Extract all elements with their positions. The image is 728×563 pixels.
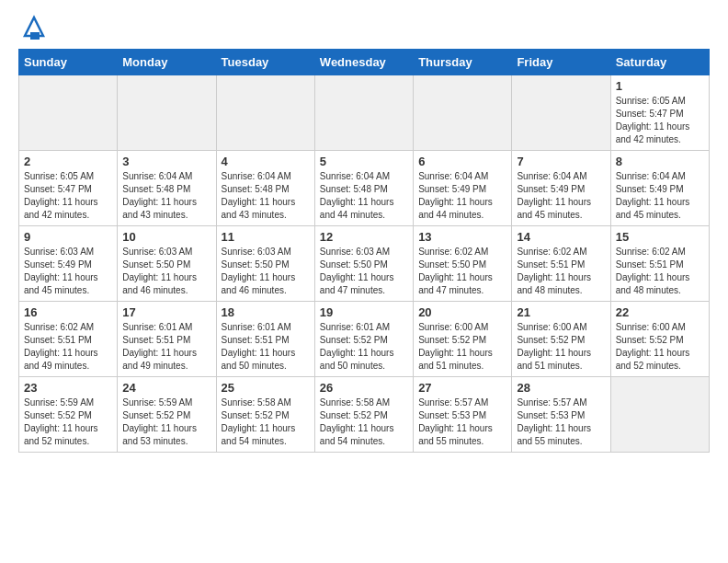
day-info: Sunrise: 6:00 AM Sunset: 5:52 PM Dayligh…: [517, 321, 605, 373]
calendar-cell: 20Sunrise: 6:00 AM Sunset: 5:52 PM Dayli…: [414, 302, 512, 377]
day-info: Sunrise: 6:04 AM Sunset: 5:49 PM Dayligh…: [616, 170, 704, 222]
calendar-cell: 26Sunrise: 5:58 AM Sunset: 5:52 PM Dayli…: [314, 377, 413, 453]
day-info: Sunrise: 6:03 AM Sunset: 5:49 PM Dayligh…: [24, 246, 112, 297]
calendar-cell: 16Sunrise: 6:02 AM Sunset: 5:51 PM Dayli…: [19, 302, 118, 377]
calendar-cell: 21Sunrise: 6:00 AM Sunset: 5:52 PM Dayli…: [512, 302, 610, 377]
day-number: 16: [24, 305, 112, 319]
calendar-cell: 24Sunrise: 5:59 AM Sunset: 5:52 PM Dayli…: [118, 377, 216, 453]
day-info: Sunrise: 6:00 AM Sunset: 5:52 PM Dayligh…: [616, 321, 704, 373]
calendar-week-row: 2Sunrise: 6:05 AM Sunset: 5:47 PM Daylig…: [19, 151, 710, 226]
day-number: 19: [320, 305, 408, 319]
day-number: 23: [24, 381, 112, 395]
calendar-week-row: 1Sunrise: 6:05 AM Sunset: 5:47 PM Daylig…: [19, 75, 710, 151]
header: [18, 14, 710, 40]
day-info: Sunrise: 6:03 AM Sunset: 5:50 PM Dayligh…: [122, 246, 210, 297]
day-info: Sunrise: 6:04 AM Sunset: 5:48 PM Dayligh…: [122, 170, 210, 222]
day-number: 20: [418, 305, 506, 319]
day-info: Sunrise: 5:59 AM Sunset: 5:52 PM Dayligh…: [122, 396, 210, 448]
day-number: 22: [616, 305, 704, 319]
day-info: Sunrise: 6:04 AM Sunset: 5:49 PM Dayligh…: [418, 170, 506, 222]
day-number: 3: [122, 155, 210, 168]
calendar-header-wednesday: Wednesday: [314, 50, 413, 75]
day-number: 5: [320, 155, 408, 168]
day-number: 6: [418, 155, 506, 168]
day-number: 14: [517, 230, 605, 244]
calendar-cell: 18Sunrise: 6:01 AM Sunset: 5:51 PM Dayli…: [216, 302, 314, 377]
calendar-cell: 9Sunrise: 6:03 AM Sunset: 5:49 PM Daylig…: [19, 226, 118, 302]
calendar-cell: 1Sunrise: 6:05 AM Sunset: 5:47 PM Daylig…: [610, 75, 709, 151]
day-number: 11: [222, 230, 310, 244]
day-info: Sunrise: 5:57 AM Sunset: 5:53 PM Dayligh…: [517, 396, 605, 448]
day-number: 8: [616, 155, 704, 168]
calendar-cell: 8Sunrise: 6:04 AM Sunset: 5:49 PM Daylig…: [610, 151, 709, 226]
day-info: Sunrise: 6:01 AM Sunset: 5:51 PM Dayligh…: [222, 321, 310, 373]
day-info: Sunrise: 5:57 AM Sunset: 5:53 PM Dayligh…: [418, 396, 506, 448]
calendar-cell: 12Sunrise: 6:03 AM Sunset: 5:50 PM Dayli…: [314, 226, 413, 302]
calendar-cell: 19Sunrise: 6:01 AM Sunset: 5:52 PM Dayli…: [314, 302, 413, 377]
calendar-week-row: 9Sunrise: 6:03 AM Sunset: 5:49 PM Daylig…: [19, 226, 710, 302]
day-number: 2: [24, 155, 112, 168]
calendar-cell: 17Sunrise: 6:01 AM Sunset: 5:51 PM Dayli…: [118, 302, 216, 377]
day-number: 1: [616, 79, 704, 93]
day-number: 18: [222, 305, 310, 319]
calendar-cell: [314, 75, 413, 151]
calendar-week-row: 16Sunrise: 6:02 AM Sunset: 5:51 PM Dayli…: [19, 302, 710, 377]
day-number: 7: [517, 155, 605, 168]
calendar-cell: 10Sunrise: 6:03 AM Sunset: 5:50 PM Dayli…: [118, 226, 216, 302]
day-info: Sunrise: 6:04 AM Sunset: 5:49 PM Dayligh…: [517, 170, 605, 222]
day-info: Sunrise: 6:01 AM Sunset: 5:52 PM Dayligh…: [320, 321, 408, 373]
day-number: 10: [122, 230, 210, 244]
day-number: 15: [616, 230, 704, 244]
day-info: Sunrise: 6:04 AM Sunset: 5:48 PM Dayligh…: [320, 170, 408, 222]
calendar-header-sunday: Sunday: [19, 50, 118, 75]
day-number: 4: [222, 155, 310, 168]
calendar-cell: 2Sunrise: 6:05 AM Sunset: 5:47 PM Daylig…: [19, 151, 118, 226]
calendar-cell: 15Sunrise: 6:02 AM Sunset: 5:51 PM Dayli…: [610, 226, 709, 302]
day-info: Sunrise: 6:03 AM Sunset: 5:50 PM Dayligh…: [320, 246, 408, 297]
logo: [18, 14, 47, 40]
calendar-cell: 13Sunrise: 6:02 AM Sunset: 5:50 PM Dayli…: [414, 226, 512, 302]
day-number: 24: [122, 381, 210, 395]
calendar-cell: 14Sunrise: 6:02 AM Sunset: 5:51 PM Dayli…: [512, 226, 610, 302]
calendar-cell: 25Sunrise: 5:58 AM Sunset: 5:52 PM Dayli…: [216, 377, 314, 453]
day-info: Sunrise: 6:02 AM Sunset: 5:51 PM Dayligh…: [616, 246, 704, 297]
day-number: 27: [418, 381, 506, 395]
day-info: Sunrise: 6:00 AM Sunset: 5:52 PM Dayligh…: [418, 321, 506, 373]
calendar-cell: [414, 75, 512, 151]
calendar-header-tuesday: Tuesday: [216, 50, 314, 75]
day-info: Sunrise: 6:01 AM Sunset: 5:51 PM Dayligh…: [122, 321, 210, 373]
day-number: 26: [320, 381, 408, 395]
day-info: Sunrise: 6:02 AM Sunset: 5:51 PM Dayligh…: [517, 246, 605, 297]
svg-marker-1: [30, 32, 40, 40]
day-number: 9: [24, 230, 112, 244]
calendar-cell: 23Sunrise: 5:59 AM Sunset: 5:52 PM Dayli…: [19, 377, 118, 453]
calendar-cell: 28Sunrise: 5:57 AM Sunset: 5:53 PM Dayli…: [512, 377, 610, 453]
calendar-cell: 6Sunrise: 6:04 AM Sunset: 5:49 PM Daylig…: [414, 151, 512, 226]
day-info: Sunrise: 5:58 AM Sunset: 5:52 PM Dayligh…: [320, 396, 408, 448]
calendar-cell: [512, 75, 610, 151]
day-info: Sunrise: 6:05 AM Sunset: 5:47 PM Dayligh…: [24, 170, 112, 222]
day-number: 25: [222, 381, 310, 395]
calendar-cell: 5Sunrise: 6:04 AM Sunset: 5:48 PM Daylig…: [314, 151, 413, 226]
day-info: Sunrise: 5:59 AM Sunset: 5:52 PM Dayligh…: [24, 396, 112, 448]
day-info: Sunrise: 5:58 AM Sunset: 5:52 PM Dayligh…: [222, 396, 310, 448]
day-number: 28: [517, 381, 605, 395]
day-info: Sunrise: 6:04 AM Sunset: 5:48 PM Dayligh…: [222, 170, 310, 222]
calendar-cell: 4Sunrise: 6:04 AM Sunset: 5:48 PM Daylig…: [216, 151, 314, 226]
day-number: 13: [418, 230, 506, 244]
day-number: 17: [122, 305, 210, 319]
calendar-cell: 22Sunrise: 6:00 AM Sunset: 5:52 PM Dayli…: [610, 302, 709, 377]
calendar-page: SundayMondayTuesdayWednesdayThursdayFrid…: [0, 0, 728, 563]
calendar-header-monday: Monday: [118, 50, 216, 75]
calendar-cell: [216, 75, 314, 151]
calendar-header-friday: Friday: [512, 50, 610, 75]
day-info: Sunrise: 6:02 AM Sunset: 5:51 PM Dayligh…: [24, 321, 112, 373]
day-number: 21: [517, 305, 605, 319]
calendar-table: SundayMondayTuesdayWednesdayThursdayFrid…: [18, 49, 710, 453]
calendar-header-thursday: Thursday: [414, 50, 512, 75]
day-info: Sunrise: 6:03 AM Sunset: 5:50 PM Dayligh…: [222, 246, 310, 297]
calendar-header-saturday: Saturday: [610, 50, 709, 75]
calendar-cell: 7Sunrise: 6:04 AM Sunset: 5:49 PM Daylig…: [512, 151, 610, 226]
calendar-week-row: 23Sunrise: 5:59 AM Sunset: 5:52 PM Dayli…: [19, 377, 710, 453]
day-info: Sunrise: 6:05 AM Sunset: 5:47 PM Dayligh…: [616, 95, 704, 146]
